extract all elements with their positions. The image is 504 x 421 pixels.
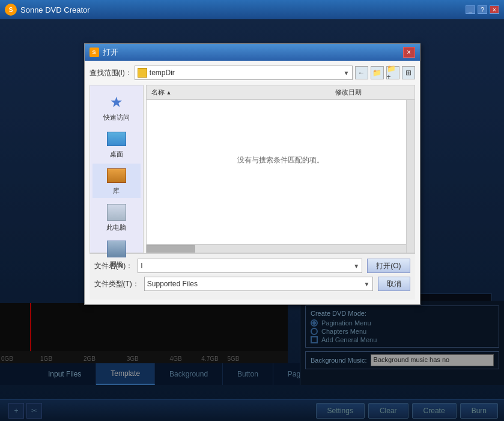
- filetype-row: 文件类型(T)： Supported Files ▼ 取消: [94, 277, 410, 291]
- location-input[interactable]: tempDir ▼: [135, 66, 353, 80]
- main-area: Input Files Input Files Template Backgro…: [0, 19, 504, 421]
- dialog-icon: S: [90, 48, 99, 57]
- filename-row: 文件名(N)： I ▼ 打开(O): [94, 259, 410, 273]
- horizontal-scrollbar-thumb[interactable]: [147, 245, 195, 253]
- close-button[interactable]: ×: [490, 5, 499, 14]
- app-title: Sonne DVD Creator: [20, 5, 466, 14]
- dialog-sidebar: ★ 快速访问 桌面: [90, 85, 144, 253]
- name-column-header[interactable]: 名称 ▲: [147, 88, 330, 97]
- sidebar-this-pc[interactable]: 此电脑: [93, 200, 141, 235]
- file-list-area: 名称 ▲ 修改日期 没有与搜索条件匹配的项。: [146, 85, 415, 253]
- location-bar: 查找范围(I)： tempDir ▼ ← 📁 📁+ ⊞: [90, 66, 415, 80]
- open-button[interactable]: 打开(O): [367, 259, 410, 273]
- library-label: 库: [113, 186, 120, 195]
- dialog-content: ★ 快速访问 桌面: [90, 85, 415, 253]
- horizontal-scrollbar[interactable]: [147, 244, 406, 253]
- sidebar-library[interactable]: 库: [93, 164, 141, 198]
- desktop-icon: [107, 129, 126, 149]
- open-file-dialog: S 打开 × 查找范围(I)： tempDir ▼ ←: [84, 43, 421, 305]
- view-toggle-button[interactable]: ⊞: [402, 66, 415, 79]
- location-value: tempDir: [150, 69, 175, 77]
- dialog-footer: 文件名(N)： I ▼ 打开(O) 文件类型(T)： Supported Fil…: [90, 253, 415, 300]
- filetype-dropdown-arrow[interactable]: ▼: [364, 281, 370, 287]
- app-icon: S: [5, 4, 17, 16]
- sort-arrow: ▲: [166, 90, 172, 96]
- up-folder-button[interactable]: 📁: [371, 66, 384, 79]
- cancel-button[interactable]: 取消: [378, 277, 410, 291]
- location-label: 查找范围(I)：: [90, 68, 132, 78]
- filename-input[interactable]: I ▼: [138, 259, 362, 273]
- quick-access-icon: ★: [107, 93, 126, 112]
- filename-dropdown-arrow[interactable]: ▼: [353, 263, 359, 269]
- window-controls: _ ? ×: [466, 5, 499, 14]
- sidebar-desktop[interactable]: 桌面: [93, 127, 141, 161]
- file-list-empty: 没有与搜索条件匹配的项。: [147, 100, 414, 220]
- help-button[interactable]: ?: [478, 5, 487, 14]
- vertical-scrollbar[interactable]: [406, 100, 414, 253]
- this-pc-icon: [107, 203, 126, 222]
- app-window: S Sonne DVD Creator _ ? × Input Files In…: [0, 0, 504, 421]
- library-icon: [107, 166, 126, 185]
- dialog-close-button[interactable]: ×: [403, 47, 415, 58]
- this-pc-label: 此电脑: [106, 223, 126, 232]
- minimize-button[interactable]: _: [466, 5, 475, 14]
- quick-access-label: 快速访问: [103, 113, 130, 122]
- filetype-input[interactable]: Supported Files ▼: [144, 277, 373, 291]
- date-column-header[interactable]: 修改日期: [330, 88, 414, 97]
- filetype-label: 文件类型(T)：: [94, 279, 139, 289]
- location-dropdown-arrow[interactable]: ▼: [344, 70, 350, 76]
- new-folder-button[interactable]: 📁+: [386, 66, 399, 79]
- file-list-header: 名称 ▲ 修改日期: [147, 85, 414, 100]
- dialog-title: 打开: [103, 47, 403, 58]
- network-icon: [107, 239, 126, 259]
- dialog-body: 查找范围(I)： tempDir ▼ ← 📁 📁+ ⊞: [85, 61, 420, 304]
- sidebar-quick-access[interactable]: ★ 快速访问: [93, 90, 141, 124]
- title-bar: S Sonne DVD Creator _ ? ×: [0, 0, 504, 19]
- filetype-value: Supported Files: [147, 280, 198, 288]
- back-button[interactable]: ←: [355, 66, 368, 79]
- desktop-label: 桌面: [110, 150, 123, 159]
- dialog-overlay: S 打开 × 查找范围(I)： tempDir ▼ ←: [0, 19, 504, 421]
- dialog-title-bar: S 打开 ×: [85, 44, 420, 61]
- filename-label: 文件名(N)：: [94, 261, 133, 271]
- filename-value: I: [141, 262, 142, 270]
